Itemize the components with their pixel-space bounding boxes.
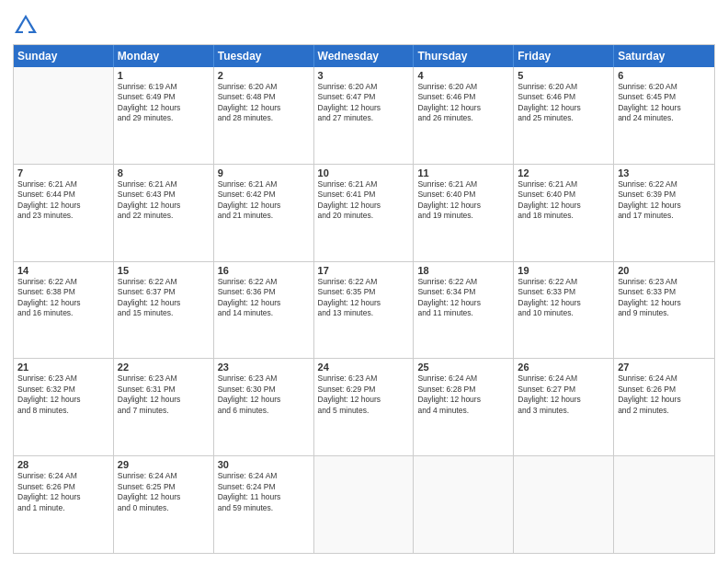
day-number: 23: [218, 362, 310, 373]
day-number: 20: [618, 265, 711, 276]
day-number: 9: [218, 167, 310, 178]
cal-cell: 16Sunrise: 6:22 AM Sunset: 6:36 PM Dayli…: [214, 262, 314, 359]
day-number: 11: [417, 167, 509, 178]
cal-cell: 19Sunrise: 6:22 AM Sunset: 6:33 PM Dayli…: [514, 262, 614, 359]
cal-cell: [514, 456, 614, 553]
cal-week: 28Sunrise: 6:24 AM Sunset: 6:26 PM Dayli…: [14, 456, 714, 553]
day-info: Sunrise: 6:20 AM Sunset: 6:45 PM Dayligh…: [618, 82, 711, 124]
logo: [13, 13, 42, 39]
day-number: 16: [218, 265, 310, 276]
cal-cell: 23Sunrise: 6:23 AM Sunset: 6:30 PM Dayli…: [214, 359, 314, 455]
day-number: 2: [218, 70, 310, 81]
cal-cell: 25Sunrise: 6:24 AM Sunset: 6:28 PM Dayli…: [414, 359, 514, 455]
day-number: 10: [318, 167, 410, 178]
day-info: Sunrise: 6:24 AM Sunset: 6:27 PM Dayligh…: [518, 373, 609, 416]
cal-cell: 30Sunrise: 6:24 AM Sunset: 6:24 PM Dayli…: [214, 456, 314, 553]
cal-cell: 9Sunrise: 6:21 AM Sunset: 6:42 PM Daylig…: [214, 165, 314, 261]
day-number: 4: [417, 70, 509, 81]
day-info: Sunrise: 6:21 AM Sunset: 6:42 PM Dayligh…: [218, 179, 310, 222]
day-info: Sunrise: 6:21 AM Sunset: 6:43 PM Dayligh…: [118, 179, 210, 222]
calendar-body: 1Sunrise: 6:19 AM Sunset: 6:49 PM Daylig…: [14, 67, 714, 553]
day-info: Sunrise: 6:21 AM Sunset: 6:44 PM Dayligh…: [17, 179, 109, 222]
cal-cell: 7Sunrise: 6:21 AM Sunset: 6:44 PM Daylig…: [14, 165, 114, 261]
cal-cell: 3Sunrise: 6:20 AM Sunset: 6:47 PM Daylig…: [314, 67, 415, 164]
day-number: 30: [218, 459, 310, 470]
day-info: Sunrise: 6:20 AM Sunset: 6:48 PM Dayligh…: [218, 82, 310, 124]
page: SundayMondayTuesdayWednesdayThursdayFrid…: [0, 0, 728, 563]
day-info: Sunrise: 6:22 AM Sunset: 6:37 PM Dayligh…: [118, 277, 210, 319]
day-number: 8: [118, 167, 210, 178]
calendar-header: SundayMondayTuesdayWednesdayThursdayFrid…: [14, 45, 714, 67]
day-number: 14: [17, 265, 109, 276]
cal-cell: 21Sunrise: 6:23 AM Sunset: 6:32 PM Dayli…: [14, 359, 114, 455]
day-info: Sunrise: 6:22 AM Sunset: 6:36 PM Dayligh…: [218, 277, 310, 319]
cal-cell: 18Sunrise: 6:22 AM Sunset: 6:34 PM Dayli…: [414, 262, 514, 359]
cal-cell: 20Sunrise: 6:23 AM Sunset: 6:33 PM Dayli…: [614, 262, 714, 359]
day-info: Sunrise: 6:23 AM Sunset: 6:31 PM Dayligh…: [118, 373, 210, 416]
cal-header-cell: Thursday: [414, 45, 514, 67]
cal-cell: 27Sunrise: 6:24 AM Sunset: 6:26 PM Dayli…: [614, 359, 714, 455]
cal-header-cell: Wednesday: [314, 45, 415, 67]
cal-week: 7Sunrise: 6:21 AM Sunset: 6:44 PM Daylig…: [14, 165, 714, 262]
cal-cell: 6Sunrise: 6:20 AM Sunset: 6:45 PM Daylig…: [614, 67, 714, 164]
cal-cell: 26Sunrise: 6:24 AM Sunset: 6:27 PM Dayli…: [514, 359, 614, 455]
cal-cell: 24Sunrise: 6:23 AM Sunset: 6:29 PM Dayli…: [314, 359, 415, 455]
cal-cell: 4Sunrise: 6:20 AM Sunset: 6:46 PM Daylig…: [414, 67, 514, 164]
cal-header-cell: Saturday: [614, 45, 714, 67]
day-info: Sunrise: 6:22 AM Sunset: 6:39 PM Dayligh…: [618, 179, 711, 222]
cal-cell: [14, 67, 114, 164]
day-info: Sunrise: 6:24 AM Sunset: 6:26 PM Dayligh…: [17, 471, 109, 513]
day-info: Sunrise: 6:24 AM Sunset: 6:26 PM Dayligh…: [618, 373, 711, 416]
day-info: Sunrise: 6:22 AM Sunset: 6:34 PM Dayligh…: [417, 277, 509, 319]
day-number: 5: [518, 70, 609, 81]
day-info: Sunrise: 6:23 AM Sunset: 6:30 PM Dayligh…: [218, 373, 310, 416]
day-number: 26: [518, 362, 609, 373]
cal-header-cell: Sunday: [14, 45, 114, 67]
cal-week: 14Sunrise: 6:22 AM Sunset: 6:38 PM Dayli…: [14, 262, 714, 360]
day-number: 19: [518, 265, 609, 276]
day-info: Sunrise: 6:23 AM Sunset: 6:29 PM Dayligh…: [318, 373, 410, 416]
day-number: 27: [618, 362, 711, 373]
cal-cell: 17Sunrise: 6:22 AM Sunset: 6:35 PM Dayli…: [314, 262, 415, 359]
day-number: 12: [518, 167, 609, 178]
cal-cell: 22Sunrise: 6:23 AM Sunset: 6:31 PM Dayli…: [114, 359, 214, 455]
cal-cell: 1Sunrise: 6:19 AM Sunset: 6:49 PM Daylig…: [114, 67, 214, 164]
day-number: 21: [17, 362, 109, 373]
day-info: Sunrise: 6:24 AM Sunset: 6:25 PM Dayligh…: [118, 471, 210, 513]
day-info: Sunrise: 6:21 AM Sunset: 6:40 PM Dayligh…: [417, 179, 509, 222]
cal-cell: 11Sunrise: 6:21 AM Sunset: 6:40 PM Dayli…: [414, 165, 514, 261]
cal-header-cell: Monday: [114, 45, 214, 67]
day-info: Sunrise: 6:21 AM Sunset: 6:41 PM Dayligh…: [318, 179, 410, 222]
day-number: 22: [118, 362, 210, 373]
day-number: 3: [318, 70, 410, 81]
cal-cell: 8Sunrise: 6:21 AM Sunset: 6:43 PM Daylig…: [114, 165, 214, 261]
day-info: Sunrise: 6:20 AM Sunset: 6:46 PM Dayligh…: [518, 82, 609, 124]
cal-cell: 5Sunrise: 6:20 AM Sunset: 6:46 PM Daylig…: [514, 67, 614, 164]
day-info: Sunrise: 6:21 AM Sunset: 6:40 PM Dayligh…: [518, 179, 609, 222]
cal-cell: 15Sunrise: 6:22 AM Sunset: 6:37 PM Dayli…: [114, 262, 214, 359]
day-number: 25: [417, 362, 509, 373]
day-info: Sunrise: 6:24 AM Sunset: 6:24 PM Dayligh…: [218, 471, 310, 513]
day-info: Sunrise: 6:20 AM Sunset: 6:47 PM Dayligh…: [318, 82, 410, 124]
day-info: Sunrise: 6:22 AM Sunset: 6:38 PM Dayligh…: [17, 277, 109, 319]
cal-cell: 14Sunrise: 6:22 AM Sunset: 6:38 PM Dayli…: [14, 262, 114, 359]
header: [13, 9, 715, 39]
calendar: SundayMondayTuesdayWednesdayThursdayFrid…: [13, 44, 715, 554]
day-info: Sunrise: 6:22 AM Sunset: 6:33 PM Dayligh…: [518, 277, 609, 319]
day-number: 17: [318, 265, 410, 276]
day-info: Sunrise: 6:22 AM Sunset: 6:35 PM Dayligh…: [318, 277, 410, 319]
day-number: 13: [618, 167, 711, 178]
cal-cell: [414, 456, 514, 553]
cal-header-cell: Friday: [514, 45, 614, 67]
cal-week: 1Sunrise: 6:19 AM Sunset: 6:49 PM Daylig…: [14, 67, 714, 165]
day-number: 7: [17, 167, 109, 178]
day-number: 6: [618, 70, 711, 81]
logo-icon: [13, 13, 39, 39]
day-info: Sunrise: 6:19 AM Sunset: 6:49 PM Dayligh…: [118, 82, 210, 124]
svg-rect-2: [23, 26, 28, 33]
cal-cell: [314, 456, 415, 553]
cal-cell: 12Sunrise: 6:21 AM Sunset: 6:40 PM Dayli…: [514, 165, 614, 261]
cal-week: 21Sunrise: 6:23 AM Sunset: 6:32 PM Dayli…: [14, 359, 714, 456]
cal-header-cell: Tuesday: [214, 45, 314, 67]
day-number: 18: [417, 265, 509, 276]
